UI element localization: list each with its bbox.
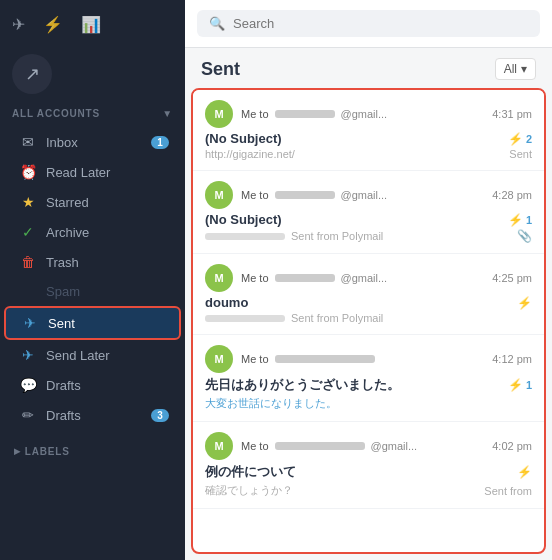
sent-icon: ✈ xyxy=(20,315,40,331)
sent-status: Sent from xyxy=(484,485,532,497)
accounts-label: ALL ACCOUNTS xyxy=(12,108,100,119)
table-row[interactable]: M Me to @gmail... 4:25 pm doumo ⚡ Sent f… xyxy=(193,254,544,335)
email-subject: doumo xyxy=(205,295,248,310)
email-preview-japanese: 大変お世話になりました。 xyxy=(205,396,337,411)
lightning-icon: ⚡ xyxy=(508,132,523,146)
labels-section[interactable]: ▶ LABELS xyxy=(0,434,185,461)
email-time: 4:31 pm xyxy=(492,108,532,120)
sent-label: Sent xyxy=(48,316,167,331)
lightning-icon[interactable]: ⚡ xyxy=(43,15,63,34)
avatar: M xyxy=(205,432,233,460)
nav-item-follow-up[interactable]: 💬 Drafts xyxy=(4,370,181,400)
search-wrapper: 🔍 xyxy=(197,10,540,37)
lightning-icon: ⚡ xyxy=(517,465,532,479)
nav-item-starred[interactable]: ★ Starred xyxy=(4,187,181,217)
email-subject: (No Subject) xyxy=(205,131,282,146)
preview-blur xyxy=(205,233,285,240)
table-row[interactable]: M Me to @gmail... 4:31 pm (No Subject) ⚡… xyxy=(193,90,544,171)
email-preview: 確認でしょうか？ xyxy=(205,483,293,498)
email-from: Me to xyxy=(241,189,269,201)
nav-item-send-later[interactable]: ✈ Send Later xyxy=(4,340,181,370)
chart-icon[interactable]: 📊 xyxy=(81,15,101,34)
avatar: M xyxy=(205,345,233,373)
nav-item-read-later[interactable]: ⏰ Read Later xyxy=(4,157,181,187)
badge-count: 1 xyxy=(526,379,532,391)
nav-item-inbox[interactable]: ✉ Inbox 1 xyxy=(4,127,181,157)
email-meta: Me to @gmail... xyxy=(241,272,484,285)
avatar: M xyxy=(205,181,233,209)
email-badge: ⚡ 1 xyxy=(508,213,532,227)
email-preview: Sent from Polymail xyxy=(291,312,383,324)
email-preview: http://gigazine.net/ xyxy=(205,148,295,160)
email-domain: @gmail... xyxy=(341,108,388,120)
follow-up-label: Drafts xyxy=(46,378,169,393)
nav-item-trash[interactable]: 🗑 Trash xyxy=(4,247,181,277)
email-domain: @gmail... xyxy=(371,440,418,452)
avatar: M xyxy=(205,100,233,128)
trash-icon: 🗑 xyxy=(18,254,38,270)
search-icon: 🔍 xyxy=(209,16,225,31)
email-domain: @gmail... xyxy=(341,272,388,284)
email-meta: Me to @gmail... xyxy=(241,108,484,121)
follow-up-icon: 💬 xyxy=(18,377,38,393)
sent-page-title: Sent xyxy=(201,59,240,80)
filter-button[interactable]: All ▾ xyxy=(495,58,536,80)
table-row[interactable]: M Me to @gmail... 4:28 pm (No Subject) ⚡… xyxy=(193,171,544,254)
inbox-label: Inbox xyxy=(46,135,151,150)
drafts-badge: 3 xyxy=(151,409,169,422)
search-input[interactable] xyxy=(233,16,528,31)
email-meta: Me to xyxy=(241,353,484,366)
email-to-blurred xyxy=(275,442,365,450)
email-from: Me to xyxy=(241,440,269,452)
inbox-icon: ✉ xyxy=(18,134,38,150)
email-from: Me to xyxy=(241,108,269,120)
email-to-blurred xyxy=(275,110,335,118)
archive-label: Archive xyxy=(46,225,169,240)
sent-header: Sent All ▾ xyxy=(185,48,552,88)
accounts-arrow-icon[interactable]: ▼ xyxy=(162,108,173,119)
filter-label: All xyxy=(504,62,517,76)
nav-item-drafts[interactable]: ✏ Drafts 3 xyxy=(4,400,181,430)
attachment-icon: 📎 xyxy=(517,229,532,243)
email-badge: ⚡ 1 xyxy=(508,378,532,392)
lightning-icon: ⚡ xyxy=(517,296,532,310)
sent-status: Sent xyxy=(509,148,532,160)
table-row[interactable]: M Me to 4:12 pm 先日はありがとうございました。 ⚡ 1 大変お世… xyxy=(193,335,544,422)
compose-button[interactable]: ↗ xyxy=(12,54,52,94)
email-from: Me to xyxy=(241,353,269,365)
email-domain: @gmail... xyxy=(341,189,388,201)
email-meta: Me to @gmail... xyxy=(241,189,484,202)
drafts-icon: ✏ xyxy=(18,407,38,423)
send-later-icon: ✈ xyxy=(18,347,38,363)
email-time: 4:12 pm xyxy=(492,353,532,365)
starred-icon: ★ xyxy=(18,194,38,210)
lightning-icon: ⚡ xyxy=(508,213,523,227)
nav-item-sent[interactable]: ✈ Sent xyxy=(4,306,181,340)
email-to-blurred xyxy=(275,274,335,282)
email-preview: Sent from Polymail xyxy=(291,230,383,242)
lightning-icon: ⚡ xyxy=(508,378,523,392)
send-icon[interactable]: ✈ xyxy=(12,15,25,34)
spam-label: Spam xyxy=(46,284,169,299)
avatar: M xyxy=(205,264,233,292)
email-subject: 先日はありがとうございました。 xyxy=(205,376,400,394)
table-row[interactable]: M Me to @gmail... 4:02 pm 例の件について ⚡ 確認でし… xyxy=(193,422,544,509)
email-from: Me to xyxy=(241,272,269,284)
email-subject: 例の件について xyxy=(205,463,296,481)
email-meta: Me to @gmail... xyxy=(241,440,484,453)
labels-arrow-icon: ▶ xyxy=(14,447,21,456)
email-list: M Me to @gmail... 4:31 pm (No Subject) ⚡… xyxy=(191,88,546,554)
email-time: 4:28 pm xyxy=(492,189,532,201)
email-to-blurred xyxy=(275,191,335,199)
trash-label: Trash xyxy=(46,255,169,270)
starred-label: Starred xyxy=(46,195,169,210)
read-later-icon: ⏰ xyxy=(18,164,38,180)
nav-item-spam[interactable]: Spam xyxy=(4,277,181,306)
email-time: 4:02 pm xyxy=(492,440,532,452)
nav-item-archive[interactable]: ✓ Archive xyxy=(4,217,181,247)
email-time: 4:25 pm xyxy=(492,272,532,284)
search-bar: 🔍 xyxy=(185,0,552,48)
filter-arrow-icon: ▾ xyxy=(521,62,527,76)
compose-icon: ↗ xyxy=(25,63,40,85)
preview-blur xyxy=(205,315,285,322)
